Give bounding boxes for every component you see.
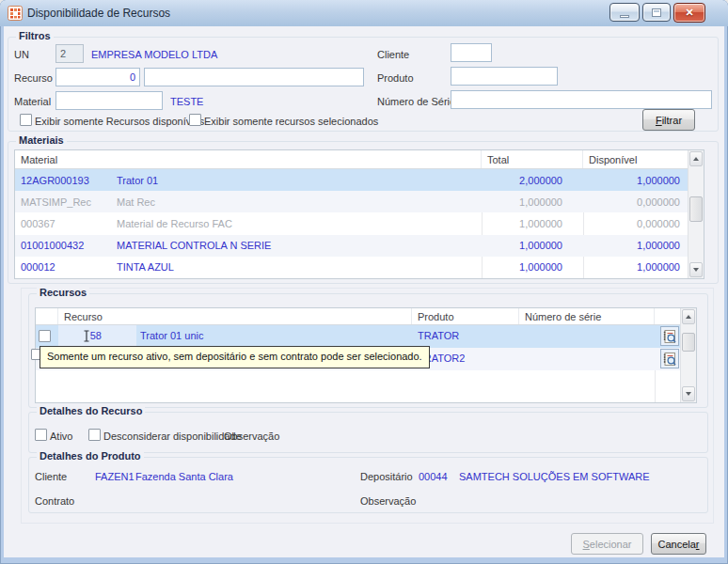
materiais-header: Material Total Disponível: [15, 150, 688, 169]
ativo-label: Ativo: [50, 431, 72, 442]
recurso-name-input[interactable]: [144, 68, 364, 86]
scroll-down-button[interactable]: [689, 262, 703, 277]
scroll-down-button[interactable]: [682, 386, 695, 401]
recurso-code-input[interactable]: [55, 68, 140, 86]
detalhes-produto-group-label: Detalhes do Produto: [37, 450, 144, 462]
scroll-track[interactable]: [682, 325, 695, 385]
filtros-group-label: Filtros: [16, 30, 54, 41]
dialog-window: Disponibilidade de Recursos ✕ Filtros UN…: [0, 0, 728, 564]
column-header-actions: [655, 308, 680, 324]
materiais-rows: 12AGR000193 Trator 01 2,000000 1,000000 …: [15, 169, 688, 278]
material-row[interactable]: MATSIMP_Rec Mat Rec 1,000000 0,000000: [15, 191, 688, 212]
client-area: Filtros UN EMPRESA MODELO LTDA Cliente R…: [4, 26, 724, 557]
material-row[interactable]: 12AGR000193 Trator 01 2,000000 1,000000: [15, 169, 688, 191]
observacao-produto-label: Observação: [360, 495, 416, 507]
column-header-disponivel[interactable]: Disponível: [583, 150, 688, 168]
recurso-code: 58: [58, 330, 102, 341]
column-header-recurso[interactable]: Recurso: [58, 308, 412, 324]
arrow-up-icon: [686, 315, 691, 319]
material-disponivel: 0,000000: [583, 218, 688, 229]
recurso-produto: TRATOR: [418, 330, 459, 341]
un-label: UN: [14, 49, 29, 60]
filtrar-button[interactable]: Filtrar: [642, 109, 695, 131]
materiais-scrollbar[interactable]: [688, 150, 704, 278]
recurso-row[interactable]: 58 Trator 01 unic TRATOR: [36, 325, 680, 348]
desconsiderar-label: Desconsiderar disponibilidade: [103, 431, 242, 442]
filtrar-button-rest: iltrar: [662, 115, 682, 126]
lookup-button[interactable]: [660, 349, 679, 368]
cliente-detail-label: Cliente: [35, 471, 67, 482]
column-header-checkbox[interactable]: [36, 308, 58, 324]
scroll-thumb[interactable]: [682, 333, 695, 352]
detalhes-recurso-group: Detalhes do Recurso Ativo Desconsiderar …: [28, 412, 708, 453]
material-input[interactable]: [55, 91, 163, 110]
material-disponivel: 0,000000: [583, 196, 688, 208]
cancelar-button-mnemonic: r: [696, 539, 700, 550]
cliente-input[interactable]: [451, 43, 492, 62]
cancelar-button[interactable]: Cancelar: [651, 533, 706, 555]
lookup-button[interactable]: [660, 326, 679, 346]
material-row[interactable]: 01001000432 MATERIAL CONTROLA N SERIE 1,…: [15, 235, 688, 257]
numero-serie-label: Número de Série: [377, 96, 455, 107]
material-disponivel: 1,000000: [583, 261, 688, 273]
material-total: 1,000000: [482, 218, 583, 229]
material-name: MATERIAL CONTROLA N SERIE: [117, 240, 482, 251]
close-button[interactable]: ✕: [673, 3, 705, 23]
scroll-up-button[interactable]: [689, 151, 703, 166]
material-total: 1,000000: [482, 196, 583, 208]
desconsiderar-checkbox[interactable]: [88, 429, 101, 441]
column-header-produto[interactable]: Produto: [412, 308, 519, 324]
minimize-button[interactable]: [609, 3, 640, 22]
cliente-name: Fazenda Santa Clara: [135, 471, 233, 482]
scroll-up-button[interactable]: [682, 309, 695, 324]
materiais-group: Materiais Material Total Disponível 12AG…: [8, 141, 719, 284]
contrato-label: Contrato: [35, 495, 74, 507]
material-name: TINTA AZUL: [117, 261, 482, 273]
column-header-numero-serie[interactable]: Número de série: [519, 308, 655, 324]
maximize-icon: [652, 8, 661, 17]
material-total: 1,000000: [482, 261, 583, 273]
material-total: 2,000000: [482, 175, 583, 186]
scroll-track[interactable]: [689, 167, 703, 261]
validation-tooltip: Somente um recurso ativo, sem depositári…: [40, 346, 430, 368]
recurso-name: Trator 01 unic: [140, 330, 203, 341]
magnifier-icon: [662, 352, 677, 367]
materiais-group-label: Materiais: [16, 134, 67, 146]
detalhes-produto-group: Detalhes do Produto Cliente FAZEN1 Fazen…: [28, 457, 708, 513]
produto-input[interactable]: [451, 67, 558, 86]
column-header-material[interactable]: Material: [15, 150, 482, 168]
un-input[interactable]: [55, 44, 84, 63]
only-available-checkbox[interactable]: [20, 114, 32, 126]
material-row[interactable]: 000012 TINTA AZUL 1,000000 1,000000: [15, 257, 688, 278]
recursos-scrollbar[interactable]: [680, 308, 696, 402]
selecionar-button-mnemonic: S: [583, 539, 590, 550]
material-name: Material de Recurso FAC: [117, 218, 482, 229]
scroll-thumb[interactable]: [689, 196, 703, 222]
material-code: 01001000432: [15, 240, 117, 251]
material-code: 000012: [15, 261, 117, 273]
filtros-group: Filtros UN EMPRESA MODELO LTDA Cliente R…: [8, 37, 719, 132]
cancelar-button-pre: Cancela: [657, 539, 695, 550]
selecionar-button[interactable]: Selecionar: [571, 533, 643, 555]
depositario-name: SAMTECH SOLUÇÕES EM SOFTWARE: [459, 471, 650, 482]
materiais-grid: Material Total Disponível 12AGR000193 Tr…: [14, 149, 704, 279]
numero-serie-input[interactable]: [451, 90, 712, 109]
material-code: 000367: [15, 218, 117, 229]
app-icon: [8, 6, 23, 21]
material-name: Trator 01: [117, 175, 482, 186]
column-header-total[interactable]: Total: [482, 150, 583, 168]
close-icon: ✕: [685, 8, 693, 18]
window-title: Disponibilidade de Recursos: [27, 7, 170, 20]
selecionar-button-rest: elecionar: [590, 539, 632, 550]
material-total: 1,000000: [482, 240, 583, 251]
only-selected-checkbox[interactable]: [189, 114, 201, 126]
material-name: Mat Rec: [117, 196, 482, 208]
material-row[interactable]: 000367 Material de Recurso FAC 1,000000 …: [15, 212, 688, 234]
maximize-button[interactable]: [642, 3, 671, 22]
titlebar[interactable]: Disponibilidade de Recursos ✕: [0, 0, 728, 26]
ativo-checkbox[interactable]: [35, 429, 47, 441]
recursos-header: Recurso Produto Número de série: [36, 308, 680, 325]
recurso-checkbox[interactable]: [39, 330, 51, 342]
only-selected-label: Exibir somente recursos selecionados: [204, 116, 378, 127]
recurso-label: Recurso: [14, 72, 53, 84]
